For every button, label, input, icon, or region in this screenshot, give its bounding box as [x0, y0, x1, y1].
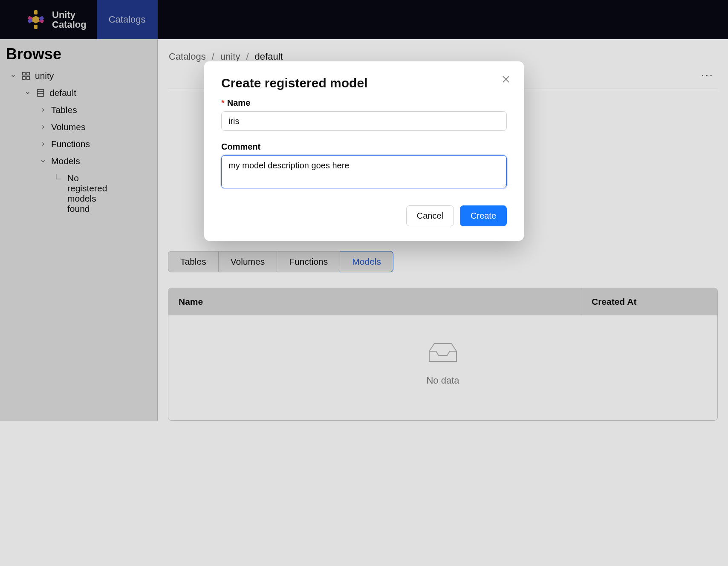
create-button[interactable]: Create	[460, 205, 507, 226]
name-field-label: * Name	[221, 98, 507, 108]
comment-field-label: Comment	[221, 142, 507, 152]
comment-textarea[interactable]: my model description goes here	[221, 155, 507, 188]
create-registered-model-modal: Create registered model * Name Comment m…	[204, 61, 524, 241]
modal-title: Create registered model	[221, 76, 507, 90]
required-indicator: *	[221, 98, 225, 108]
cancel-button[interactable]: Cancel	[406, 205, 454, 226]
close-icon[interactable]	[501, 74, 511, 84]
name-input[interactable]	[221, 111, 507, 131]
modal-overlay[interactable]: Create registered model * Name Comment m…	[0, 0, 728, 566]
